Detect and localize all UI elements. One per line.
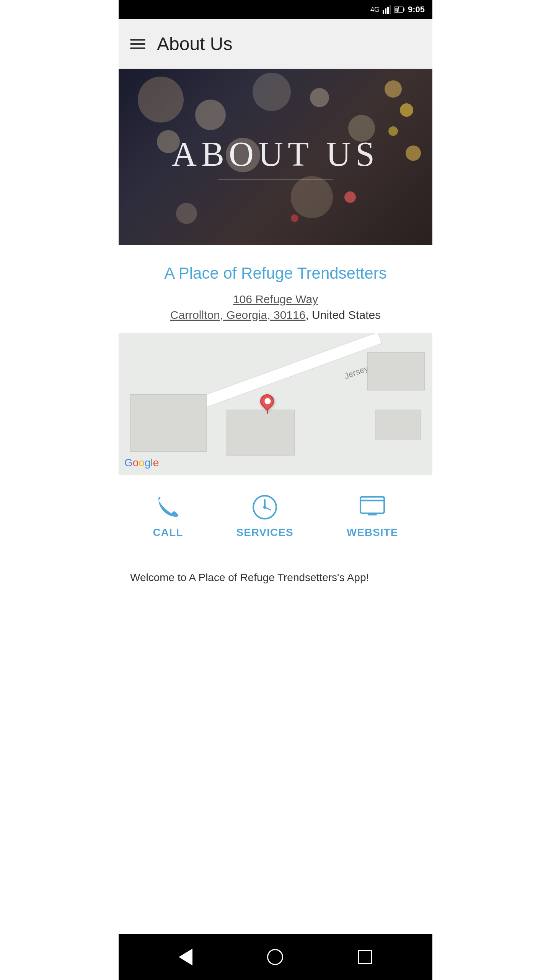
recents-icon: [358, 950, 372, 964]
map-building: [375, 410, 421, 440]
back-button[interactable]: [179, 949, 192, 965]
website-icon: [359, 494, 386, 521]
hero-text-container: ABOUT US: [172, 134, 379, 180]
map-section[interactable]: Jersey St Google: [119, 333, 432, 475]
bokeh-circle: [310, 88, 329, 107]
call-label: CALL: [153, 526, 183, 539]
map-building: [226, 410, 295, 456]
bokeh-circle: [344, 191, 356, 203]
call-button[interactable]: CALL: [153, 494, 183, 539]
map-building: [130, 394, 207, 452]
battery-icon: [394, 6, 405, 13]
svg-rect-3: [390, 5, 391, 14]
hero-underline: [218, 180, 333, 180]
bokeh-circle: [388, 126, 398, 136]
home-icon: [267, 949, 283, 965]
signal-icon: 4G: [370, 6, 380, 14]
bokeh-circle: [138, 77, 184, 122]
hero-title: ABOUT US: [172, 134, 379, 174]
time-display: 9:05: [408, 5, 425, 15]
pin-head: [258, 392, 277, 411]
back-icon: [179, 949, 192, 965]
svg-rect-1: [385, 8, 386, 14]
website-label: WEBSITE: [347, 526, 398, 539]
map-pin[interactable]: [260, 394, 274, 414]
business-name: A Place of Refuge Trendsetters: [130, 264, 421, 283]
svg-rect-12: [360, 497, 384, 513]
svg-rect-5: [403, 8, 404, 11]
bokeh-circle: [195, 100, 226, 130]
services-icon: [251, 494, 278, 521]
hero-banner: ABOUT US: [119, 69, 432, 245]
info-section: A Place of Refuge Trendsetters 106 Refug…: [119, 245, 432, 333]
bokeh-circle: [291, 176, 333, 218]
home-button[interactable]: [267, 949, 283, 965]
signal-bars-icon: [383, 5, 391, 14]
svg-rect-2: [387, 7, 389, 14]
bokeh-circle: [400, 103, 413, 117]
bokeh-circle: [253, 73, 291, 111]
address-country: , United States: [305, 309, 381, 321]
website-button[interactable]: WEBSITE: [347, 494, 398, 539]
bokeh-circle: [291, 214, 298, 222]
status-bar: 4G 9:05: [119, 0, 432, 19]
svg-line-11: [265, 507, 271, 510]
app-bar-title: About Us: [157, 33, 232, 54]
google-logo: Google: [124, 457, 159, 469]
action-buttons-section: CALL SERVICES WEBSITE: [119, 475, 432, 554]
bokeh-circle: [406, 145, 421, 161]
bokeh-circle: [176, 203, 197, 224]
services-label: SERVICES: [236, 526, 293, 539]
pin-dot: [263, 397, 272, 406]
welcome-text: Welcome to A Place of Refuge Trendsetter…: [130, 570, 421, 586]
services-button[interactable]: SERVICES: [236, 494, 293, 539]
welcome-section: Welcome to A Place of Refuge Trendsetter…: [119, 554, 432, 934]
call-icon: [155, 494, 181, 521]
bokeh-circle: [385, 80, 402, 98]
hamburger-menu-icon[interactable]: [130, 39, 145, 49]
bottom-nav-bar: [119, 934, 432, 980]
svg-rect-0: [383, 10, 384, 14]
address-line1[interactable]: 106 Refuge Way: [233, 293, 318, 305]
map-building: [367, 352, 425, 390]
app-bar: About Us: [119, 19, 432, 69]
status-icons: 4G 9:05: [370, 5, 425, 15]
recents-button[interactable]: [358, 950, 372, 964]
address-line2[interactable]: Carrollton, Georgia, 30116: [170, 309, 306, 321]
